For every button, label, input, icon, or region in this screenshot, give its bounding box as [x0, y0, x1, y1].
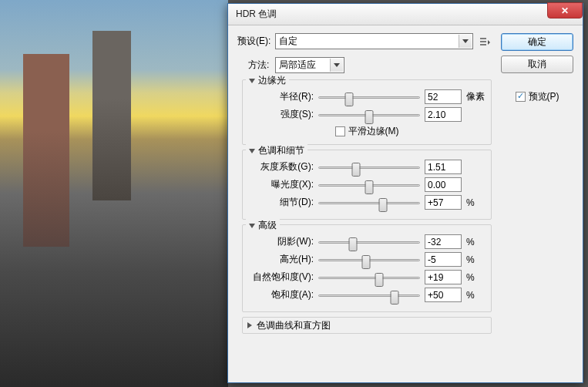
saturation-label: 饱和度(A):: [249, 288, 314, 301]
smooth-row: 平滑边缘(M): [249, 125, 485, 138]
preset-menu-button[interactable]: [478, 35, 492, 49]
ok-button[interactable]: 确定: [501, 33, 573, 51]
radius-input[interactable]: [425, 89, 462, 104]
collapse-icon: [249, 149, 255, 153]
curve-group[interactable]: 色调曲线和直方图: [242, 317, 492, 334]
group-legend[interactable]: 色调和细节: [246, 144, 307, 157]
smooth-label: 平滑边缘(M): [348, 125, 399, 138]
preset-label: 预设(E):: [237, 35, 270, 48]
strength-row: 强度(S):: [249, 107, 485, 122]
titlebar: HDR 色调 ✕: [228, 4, 583, 25]
advanced-group: 高级 阴影(W): % 高光(H): % 自然饱和度(V):: [242, 224, 492, 312]
dialog-title: HDR 色调: [228, 8, 277, 21]
chevron-down-icon: [459, 35, 472, 48]
detail-input[interactable]: [425, 195, 462, 210]
left-column: 预设(E): 自定 方法: 局部适应: [237, 33, 492, 376]
exposure-slider[interactable]: [318, 178, 420, 192]
gamma-input[interactable]: [425, 160, 462, 174]
strength-label: 强度(S):: [249, 108, 314, 121]
gamma-label: 灰度系数(G):: [249, 160, 314, 173]
preview-checkbox[interactable]: [516, 92, 526, 102]
detail-label: 细节(D):: [249, 196, 314, 209]
saturation-row: 饱和度(A): %: [249, 288, 485, 302]
preset-value: 自定: [279, 35, 297, 48]
right-column: 确定 取消 预览(P): [501, 33, 573, 376]
collapse-icon: [249, 224, 255, 228]
vibrance-row: 自然饱和度(V): %: [249, 270, 485, 284]
group-legend[interactable]: 边缘光: [246, 74, 289, 87]
expand-icon: [247, 322, 252, 328]
highlight-input[interactable]: [425, 252, 462, 267]
radius-unit: 像素: [466, 90, 485, 103]
hdr-toning-dialog: HDR 色调 ✕ 预设(E): 自定 方法: 局部适应: [227, 3, 583, 383]
shadow-slider[interactable]: [318, 235, 420, 249]
vibrance-label: 自然饱和度(V):: [249, 271, 314, 284]
shadow-unit: %: [466, 237, 485, 247]
preset-row: 预设(E): 自定: [237, 33, 492, 49]
method-value: 局部适应: [279, 59, 316, 72]
edge-glow-group: 边缘光 半径(R): 像素 强度(S): 平滑边缘(M): [242, 79, 492, 145]
highlight-label: 高光(H):: [249, 253, 314, 266]
shadow-input[interactable]: [425, 234, 462, 249]
radius-label: 半径(R):: [249, 90, 314, 103]
detail-row: 细节(D): %: [249, 195, 485, 210]
strength-input[interactable]: [425, 107, 462, 122]
shadow-row: 阴影(W): %: [249, 234, 485, 249]
gamma-slider[interactable]: [318, 160, 420, 174]
gamma-row: 灰度系数(G):: [249, 160, 485, 174]
exposure-input[interactable]: [425, 177, 462, 192]
vibrance-input[interactable]: [425, 270, 462, 284]
preset-combo[interactable]: 自定: [275, 33, 473, 49]
radius-row: 半径(R): 像素: [249, 89, 485, 104]
radius-slider[interactable]: [318, 90, 420, 104]
highlight-unit: %: [466, 254, 485, 265]
close-icon: ✕: [561, 5, 569, 16]
chevron-down-icon: [330, 59, 343, 72]
curve-title: 色调曲线和直方图: [257, 319, 331, 332]
method-row: 方法: 局部适应: [237, 54, 492, 75]
group-legend[interactable]: 高级: [246, 219, 280, 232]
vibrance-unit: %: [466, 272, 485, 283]
dialog-content: 预设(E): 自定 方法: 局部适应: [228, 25, 583, 382]
exposure-row: 曝光度(X):: [249, 177, 485, 192]
highlight-slider[interactable]: [318, 253, 420, 267]
highlight-row: 高光(H): %: [249, 252, 485, 267]
preview-row: 预览(P): [501, 90, 573, 103]
close-button[interactable]: ✕: [547, 2, 583, 19]
preview-image: [0, 0, 228, 387]
method-label: 方法:: [248, 59, 269, 72]
detail-unit: %: [466, 197, 485, 208]
detail-slider[interactable]: [318, 196, 420, 210]
vibrance-slider[interactable]: [318, 271, 420, 284]
collapse-icon: [249, 79, 255, 83]
preview-label: 预览(P): [529, 90, 559, 103]
strength-slider[interactable]: [318, 108, 420, 122]
saturation-unit: %: [466, 290, 485, 301]
cancel-button[interactable]: 取消: [501, 56, 573, 73]
shadow-label: 阴影(W):: [249, 235, 314, 248]
method-combo[interactable]: 局部适应: [275, 57, 344, 73]
saturation-input[interactable]: [425, 288, 462, 302]
tone-detail-group: 色调和细节 灰度系数(G): 曝光度(X): 细节(D):: [242, 150, 492, 220]
saturation-slider[interactable]: [318, 288, 420, 302]
smooth-checkbox[interactable]: [335, 126, 345, 136]
exposure-label: 曝光度(X):: [249, 178, 314, 191]
